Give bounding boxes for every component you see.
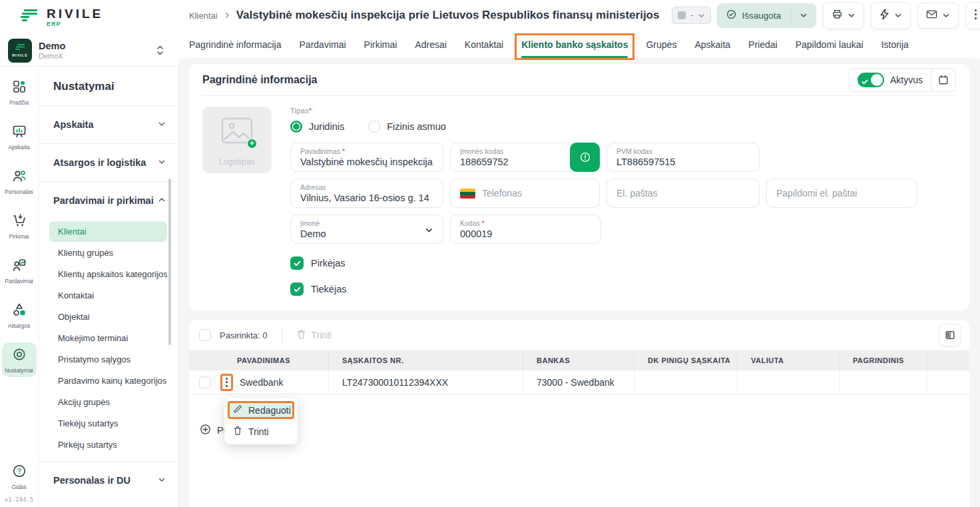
adresas-field[interactable]: Adresas Vilnius, Vasario 16-osios g. 14 [290,179,443,208]
sidebar-item-pirkeju-sutartys[interactable]: Pirkėjų sutartys [49,434,167,455]
gear-icon [11,346,27,365]
sidebar-title: Nustatymai [39,67,178,105]
people-icon [11,168,27,187]
topbar: Klientai Valstybinė mokesčių inspekcija … [178,0,980,59]
sidebar-section-apskaita[interactable]: Apskaita [39,106,178,143]
pvm-kodas-field[interactable]: PVM kodas LT886597515 [607,143,760,172]
sidebar-item-pristatymo-salygos[interactable]: Pristatymo sąlygos [49,349,167,370]
rail-item-atsargos[interactable]: Atsargos [2,298,37,332]
radio-unselected-icon [368,121,380,133]
sidebar-section-pardavimai-pirkimai[interactable]: Pardavimai ir pirkimai [39,182,178,219]
imones-kodas-field[interactable]: Įmonės kodas 188659752 [450,143,600,172]
toggle-on-icon[interactable] [858,73,884,87]
tab-pagrindine-informacija[interactable]: Pagrindinė informacija [189,31,282,58]
brand-sub: ERP [47,21,103,27]
context-menu-edit[interactable]: Redaguoti [228,401,294,419]
cart-icon [11,213,27,231]
sidebar-item-objektai[interactable]: Objektai [49,306,167,327]
sidebar-item-klientu-apskaitos-kategorijos[interactable]: Klientų apskaitos kategorijos [49,264,167,284]
breadcrumb-parent[interactable]: Klientai [189,11,218,21]
row-checkbox[interactable] [199,376,211,388]
workspace-selector[interactable]: RIVILE Demo DemoX [0,35,178,67]
rail-item-apskaita[interactable]: Apskaita [2,119,37,154]
pencil-icon [233,404,242,416]
tiekejas-checkbox[interactable]: Tiekėjas [290,282,956,296]
check-circle-icon [726,9,736,22]
sidebar-section-atsargos-logistika[interactable]: Atsargos ir logistika [39,144,178,181]
column-header[interactable]: DK PINIGŲ SĄSKAITA [634,350,738,370]
column-header[interactable]: SĄSKAITOS NR. [329,350,523,370]
el-pastas-field[interactable]: El. paštas [607,179,760,208]
pirkejas-checkbox[interactable]: Pirkėjas [290,256,956,270]
row-kebab-icon[interactable] [220,374,233,391]
rail-item-pradzia[interactable]: Pradžia [2,75,37,109]
rail-item-gidas[interactable]: ? Gidas [2,459,37,494]
image-placeholder-icon: + [221,117,253,147]
chart-board-icon [11,123,27,142]
column-header[interactable]: BANKAS [523,350,634,370]
radio-selected-icon [290,121,302,133]
tab-kontaktai[interactable]: Kontaktai [465,31,503,58]
rail-item-nustatymai[interactable]: Nustatymai [2,342,37,377]
column-settings-button[interactable] [939,324,961,346]
logotype-upload[interactable]: + Logotipas [202,107,272,173]
imone-select[interactable]: Įmonė Demo [290,215,443,244]
cell-valiuta [738,370,840,394]
chevron-up-icon [158,195,166,207]
print-button[interactable] [823,2,864,29]
column-header[interactable]: PAVADINIMAS [189,350,329,370]
radio-juridinis[interactable]: Juridinis [290,121,344,133]
tab-pardavimai[interactable]: Pardavimai [300,31,346,58]
context-menu-delete[interactable]: Trinti [228,422,294,441]
radio-fizinis-asmuo[interactable]: Fizinis asmuo [368,121,446,133]
sidebar-item-mokejimo-terminai[interactable]: Mokėjimo terminai [49,328,167,348]
saved-button[interactable]: Išsaugota [717,3,816,28]
tab-adresai[interactable]: Adresai [415,31,446,58]
saved-dropdown-icon[interactable] [791,3,816,28]
email-button[interactable] [917,3,959,29]
sidebar-item-pardavimo-kainu-kategorijos[interactable]: Pardavimo kainų kategorijos [49,370,167,391]
pavadinimas-field[interactable]: Pavadinimas * Valstybinė mokesčių inspek… [290,143,443,172]
tab-papildomi-laukai[interactable]: Papildomi laukai [796,31,863,58]
active-toggle[interactable]: Aktyvus [850,69,931,91]
tab-grupes[interactable]: Grupės [646,31,676,58]
telefonas-field[interactable]: Telefonas [450,179,600,208]
sidebar-item-akciju-grupes[interactable]: Akcijų grupės [49,392,167,412]
column-header[interactable]: VALIUTA [738,350,840,370]
tab-priedai[interactable]: Priedai [748,31,778,58]
delete-selected-button[interactable]: Trinti [296,329,332,342]
lithuania-flag-icon[interactable] [460,189,475,199]
tab-istorija[interactable]: Istorija [881,31,909,58]
kodas-field[interactable]: Kodas * 000019 [450,215,601,244]
cell-saskaitos-nr: LT247300010112394XXX [329,370,523,394]
brand-name: RIVILE [47,7,103,20]
workspace-switch-icon[interactable] [156,45,169,55]
calendar-button[interactable] [931,69,955,91]
automation-button[interactable] [871,2,911,29]
select-all-checkbox[interactable] [199,329,211,341]
status-select[interactable]: - [672,7,711,24]
rail-item-personalas[interactable]: Personalas [2,164,37,199]
rail-item-pirkimai[interactable]: Pirkimai [2,209,37,243]
cell-pagrindinis [840,370,927,394]
more-button[interactable] [965,2,980,29]
tab-apskaita[interactable]: Apskaita [694,31,730,58]
selected-count: Pasirinkta: 0 [220,330,268,340]
sales-icon [11,257,27,276]
record-tabs: Pagrindinė informacija Pardavimai Pirkim… [189,31,969,59]
rail-item-pardavimai[interactable]: Pardavimai [2,253,37,288]
envelope-icon [926,9,937,22]
table-row[interactable]: Swedbank LT247300010112394XXX 73000 - Sw… [189,370,969,394]
column-header[interactable]: PAGRINDINIS [840,350,927,370]
sidebar-scrollbar[interactable] [168,179,171,345]
sidebar-item-kontaktai[interactable]: Kontaktai [49,285,167,306]
company-lookup-button[interactable] [570,143,600,172]
sidebar-item-klientu-grupes[interactable]: Klientų grupės [49,243,167,263]
papildomi-el-pastai-field[interactable]: Papildomi el. paštai [766,179,917,208]
sidebar-item-tiekeju-sutartys[interactable]: Tiekėjų sutartys [49,413,167,434]
sidebar-section-personalas-du[interactable]: Personalas ir DU [39,462,178,499]
sidebar-item-klientai[interactable]: Klientai [49,221,167,242]
icon-rail: Pradžia Apskaita Personalas [0,67,39,507]
tab-pirkimai[interactable]: Pirkimai [364,31,397,58]
tab-kliento-banko-saskaitos[interactable]: Kliento banko sąskaitos [521,31,628,58]
